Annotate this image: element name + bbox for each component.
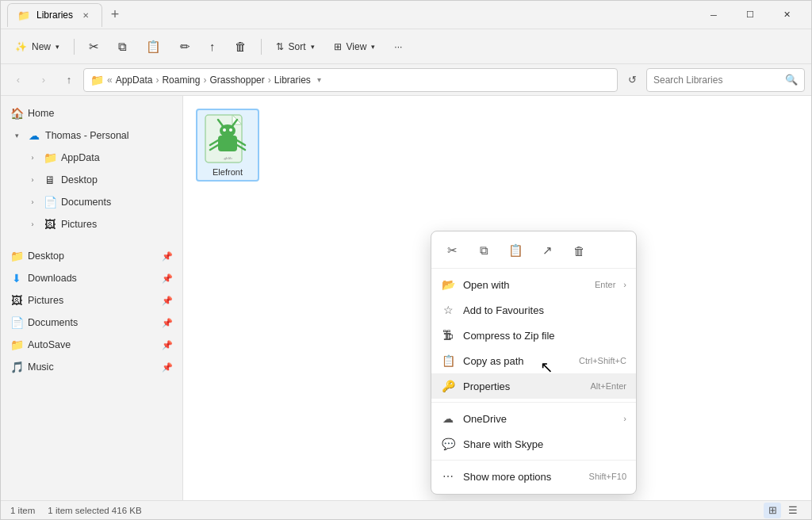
- open-with-icon: 📂: [441, 277, 455, 292]
- copy-button[interactable]: ⧉: [110, 34, 135, 59]
- share-icon: ↑: [209, 40, 216, 53]
- music-icon: 🎵: [10, 361, 23, 373]
- context-menu: ✂ ⧉ 📋 ↗ 🗑 📂 Open with Enter › ☆ Add to F…: [431, 231, 637, 495]
- sidebar-item-desktop-pinned[interactable]: 📁 Desktop 📌: [4, 245, 179, 267]
- downloads-icon: ⬇: [10, 272, 23, 285]
- toolbar-separator: [74, 39, 75, 55]
- cm-copy-path[interactable]: 📋 Copy as path Ctrl+Shift+C: [431, 348, 636, 373]
- file-name: Elefront: [213, 167, 243, 177]
- sort-icon: ⇅: [276, 41, 284, 52]
- pin-icon6: 📌: [162, 362, 173, 373]
- folder-icon: 📁: [44, 151, 56, 164]
- cm-show-more[interactable]: ⋯ Show more options Shift+F10: [431, 464, 636, 489]
- cm-share-skype[interactable]: 💬 Share with Skype: [431, 431, 636, 457]
- sidebar-item-pictures[interactable]: › 🖼 Pictures: [4, 213, 179, 235]
- cm-add-favourites[interactable]: ☆ Add to Favourites: [431, 297, 636, 323]
- cm-compress[interactable]: 🗜 Compress to Zip file: [431, 323, 636, 348]
- cm-open-with[interactable]: 📂 Open with Enter ›: [431, 272, 636, 297]
- expand-icon: ▾: [10, 129, 23, 142]
- show-more-icon: ⋯: [441, 469, 455, 484]
- skype-icon: 💬: [441, 437, 455, 451]
- documents-icon2: 📄: [10, 316, 23, 329]
- cm-delete-button[interactable]: 🗑: [568, 239, 590, 262]
- tab-close-button[interactable]: ✕: [79, 9, 92, 21]
- copy-icon: ⧉: [118, 40, 127, 54]
- up-button[interactable]: ↑: [58, 69, 80, 91]
- svg-text:.ghlib: .ghlib: [223, 156, 232, 160]
- content-area: .ghlib Elefront ✂ ⧉ 📋 ↗ 🗑 📂 Ope: [183, 96, 811, 500]
- titlebar-tabs: 📁 Libraries ✕ +: [7, 3, 695, 27]
- pin-icon2: 📌: [162, 273, 173, 284]
- back-button[interactable]: ‹: [7, 69, 29, 91]
- forward-button[interactable]: ›: [33, 69, 55, 91]
- copy-path-icon: 📋: [441, 354, 455, 368]
- titlebar: 📁 Libraries ✕ + ─ ☐ ✕: [1, 1, 811, 29]
- maximize-button[interactable]: ☐: [732, 1, 768, 29]
- toolbar: ✨ New ▾ ✂ ⧉ 📋 ✏ ↑ 🗑 ⇅ Sort ▾ ⊞: [1, 29, 811, 64]
- main-content: 🏠 Home ▾ ☁ Thomas - Personal › 📁 AppData…: [1, 96, 811, 500]
- pin-icon5: 📌: [162, 340, 173, 350]
- sidebar-item-downloads[interactable]: ⬇ Downloads 📌: [4, 267, 179, 289]
- delete-button[interactable]: 🗑: [227, 34, 255, 59]
- sidebar-item-thomas[interactable]: ▾ ☁ Thomas - Personal: [4, 124, 179, 147]
- file-item-elefront[interactable]: .ghlib Elefront: [196, 109, 259, 182]
- new-button[interactable]: ✨ New ▾: [7, 34, 67, 59]
- svg-point-7: [229, 128, 232, 132]
- desktop-icon: 🖥: [44, 174, 56, 186]
- refresh-button[interactable]: ↺: [621, 69, 643, 91]
- folder-icon2: 📁: [10, 250, 23, 262]
- expand-icon2: ›: [26, 151, 39, 164]
- statusbar-right: ⊞ ☰: [764, 503, 802, 518]
- sidebar-item-appdata[interactable]: › 📁 AppData: [4, 147, 179, 169]
- folder-icon: 📁: [90, 74, 104, 86]
- view-icon: ⊞: [334, 41, 342, 52]
- sidebar-item-autosave[interactable]: 📁 AutoSave 📌: [4, 334, 179, 356]
- minimize-button[interactable]: ─: [695, 1, 732, 29]
- list-view-button[interactable]: ☰: [784, 503, 802, 518]
- addressbar: ‹ › ↑ 📁 « AppData › Roaming › Grasshoppe…: [1, 64, 811, 96]
- close-button[interactable]: ✕: [768, 1, 805, 29]
- delete-icon: 🗑: [235, 40, 247, 53]
- sidebar-item-home[interactable]: 🏠 Home: [4, 102, 179, 124]
- pictures-icon: 🖼: [44, 218, 56, 231]
- view-button[interactable]: ⊞ View ▾: [326, 34, 384, 59]
- pin-icon: 📌: [162, 251, 173, 262]
- grid-view-button[interactable]: ⊞: [764, 503, 781, 518]
- sidebar-item-music[interactable]: 🎵 Music 📌: [4, 356, 179, 378]
- cm-separator: [431, 402, 636, 403]
- search-input[interactable]: [653, 75, 782, 86]
- sidebar-item-desktop[interactable]: › 🖥 Desktop: [4, 169, 179, 191]
- properties-icon: 🔑: [441, 379, 455, 393]
- cm-cut-button[interactable]: ✂: [441, 239, 463, 262]
- sidebar-item-pictures-pinned[interactable]: 🖼 Pictures 📌: [4, 289, 179, 312]
- submenu-arrow: ›: [623, 280, 626, 289]
- expand-icon4: ›: [26, 196, 39, 208]
- address-box[interactable]: 📁 « AppData › Roaming › Grasshopper › Li…: [83, 68, 618, 92]
- cut-button[interactable]: ✂: [81, 34, 107, 59]
- search-box[interactable]: 🔍: [646, 68, 805, 92]
- paste-button[interactable]: 📋: [138, 34, 169, 59]
- item-count: 1 item: [10, 506, 35, 515]
- tab-libraries[interactable]: 📁 Libraries ✕: [7, 3, 102, 27]
- cm-onedrive[interactable]: ☁ OneDrive ›: [431, 406, 636, 431]
- cut-icon: ✂: [89, 40, 99, 54]
- sidebar-item-documents-pinned[interactable]: 📄 Documents 📌: [4, 312, 179, 334]
- expand-icon5: ›: [26, 218, 39, 231]
- cm-share-button[interactable]: ↗: [536, 239, 558, 262]
- share-button[interactable]: ↑: [201, 34, 224, 59]
- pin-icon3: 📌: [162, 296, 173, 306]
- sort-button[interactable]: ⇅ Sort ▾: [268, 34, 323, 59]
- statusbar: 1 item 1 item selected 416 KB ⊞ ☰: [1, 500, 811, 519]
- sidebar-item-documents[interactable]: › 📄 Documents: [4, 191, 179, 213]
- rename-button[interactable]: ✏: [172, 34, 198, 59]
- cm-copy-button[interactable]: ⧉: [473, 239, 495, 262]
- pictures-icon2: 🖼: [10, 294, 23, 307]
- cm-paste-button[interactable]: 📋: [504, 239, 527, 262]
- new-tab-button[interactable]: +: [104, 4, 126, 26]
- svg-rect-2: [218, 136, 237, 151]
- cloud-icon: ☁: [28, 129, 40, 142]
- toolbar-separator2: [261, 39, 262, 55]
- cm-properties[interactable]: 🔑 Properties Alt+Enter: [431, 373, 636, 399]
- more-button[interactable]: ···: [386, 34, 410, 59]
- cm-separator2: [431, 460, 636, 461]
